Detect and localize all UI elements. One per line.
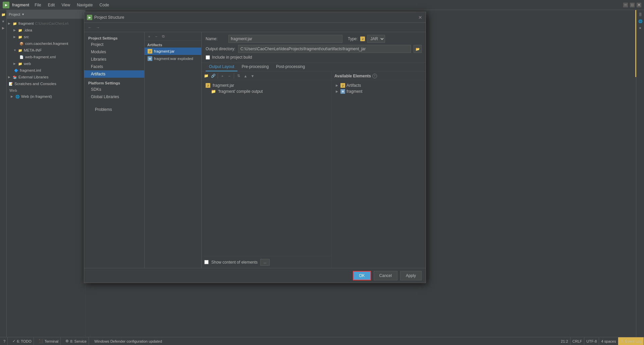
nav-item-sdks[interactable]: SDKs [84,86,144,93]
available-help-icon[interactable]: ? [372,74,377,78]
minimize-button[interactable]: ─ [623,3,628,7]
indent-status[interactable]: 4 spaces [599,337,618,345]
show-content-label: Show content of elements [211,260,258,265]
line-ending-status[interactable]: CRLF [571,337,585,345]
tree-remove-btn[interactable]: − [226,73,233,79]
database-icon[interactable]: 🗄 [638,12,643,17]
war-icon: W [147,56,153,61]
sidebar-project-icon[interactable]: 📁 [1,12,6,17]
menu-file[interactable]: File [33,2,42,8]
tree-label-idea: .idea [24,28,32,32]
artifact-item-war[interactable]: W fragment:war exploded [145,55,201,62]
tree-item-web-in-fragment[interactable]: ▶ 🌐 Web (in fragment) [7,93,85,100]
nav-item-libraries[interactable]: Libraries [84,56,144,63]
artifact-list-items: J fragment:jar W fragment:war exploded [145,48,201,268]
menu-navigate[interactable]: Navigate [75,2,94,8]
lib-icon: 📚 [12,74,17,80]
iml-icon: 🔷 [13,68,19,73]
back-button[interactable]: ← [86,24,94,31]
tree-open-folder-btn[interactable]: 📁 [203,73,210,79]
tree-add-btn[interactable]: + [219,73,226,79]
root-path: C:\Users\CaoChenLei\ [35,22,68,25]
ide-logo: ▶ [3,2,9,8]
position-status[interactable]: 21:2 [559,337,570,345]
todo-icon: ✓ [12,339,15,343]
service-status-item[interactable]: ⚙ 8: Service [63,337,89,345]
xml-icon-webfragment: 📄 [19,54,24,60]
dialog-body: Project Settings Project Modules Librari… [84,32,426,268]
menu-code[interactable]: Code [98,2,111,8]
todo-status-item[interactable]: ✓ 6: TODO [10,337,34,345]
avail-module-icon: ▦ [340,89,345,94]
tab-post-processing[interactable]: Post-processing [273,63,308,71]
output-bottom: Show content of elements ... [202,256,331,268]
tree-up-btn[interactable]: ▲ [242,73,249,79]
artifact-item-jar[interactable]: J fragment:jar [145,48,201,55]
apply-button[interactable]: Apply [400,271,422,280]
type-select[interactable]: JAR [367,35,385,43]
tree-label-iml: fragment.iml [20,68,41,72]
close-button-main[interactable]: ✕ [637,3,641,7]
output-tree-panel: 📁 🔗 + − ⇅ ▲ ▼ [202,72,332,268]
browse-button[interactable]: 📂 [414,45,422,53]
avail-item-fragment[interactable]: ▶ ▦ fragment [334,88,423,94]
tree-item-meta-inf[interactable]: ▼ 📁 META-INF [7,47,85,54]
show-content-checkbox[interactable] [204,260,209,264]
tree-node-fragment-jar[interactable]: J fragment.jar [204,82,329,88]
dialog-close-button[interactable]: ✕ [418,15,423,20]
web-sidebar-icon[interactable]: 🌐 [638,18,643,24]
artifact-add-button[interactable]: + [146,33,153,40]
ok-button[interactable]: OK [353,271,371,280]
tree-item-webfragment[interactable]: 📄 web-fragment.xml [7,54,85,60]
artifact-remove-button[interactable]: − [153,33,160,40]
menu-edit[interactable]: Edit [47,2,56,8]
encoding-status[interactable]: UTF-8 [584,337,599,345]
output-dir-input[interactable] [238,45,411,53]
nav-item-project[interactable]: Project [84,41,144,48]
available-header-text: Available Elements [334,74,371,78]
tree-label-package: com.caochenlei.fragment [25,42,68,46]
artifact-jar-label: fragment:jar [154,49,174,53]
terminal-status-item[interactable]: ⬛ Terminal [37,337,61,345]
tree-item-package[interactable]: 📦 com.caochenlei.fragment [7,40,85,47]
sidebar-run-icon[interactable]: ▶ [1,25,6,30]
forward-button[interactable]: → [94,24,102,31]
include-checkbox[interactable] [206,55,210,60]
tree-item-scratches[interactable]: 📝 Scratches and Consoles [7,80,85,87]
tree-link-btn[interactable]: 🔗 [210,73,217,79]
nav-item-facets[interactable]: Facets [84,63,144,70]
favorites-sidebar-icon[interactable]: ★ [638,25,643,30]
avail-item-artifacts[interactable]: ▶ J Artifacts [334,82,423,88]
tree-node-compile-output[interactable]: 📁 'fragment' compile output [204,88,329,94]
tab-pre-processing[interactable]: Pre-processing [238,63,272,71]
help-status-item[interactable]: ? [1,337,8,345]
project-dropdown-icon[interactable]: ▼ [21,13,24,16]
cancel-button[interactable]: Cancel [374,271,397,280]
nav-item-modules[interactable]: Modules [84,48,144,56]
artifact-war-label: fragment:war exploded [154,57,193,61]
nav-item-artifacts[interactable]: Artifacts [84,70,144,78]
tree-item-iml[interactable]: 🔷 fragment.iml [7,67,85,74]
ellipsis-button[interactable]: ... [260,259,270,266]
package-icon: 📦 [19,41,24,46]
todo-label: 6: TODO [17,339,32,343]
maximize-button[interactable]: □ [630,3,635,7]
tree-root-fragment[interactable]: ▶ 📁 fragment C:\Users\CaoChenLei\ [7,20,85,27]
toolbar-separator-1 [218,73,218,79]
tree-down-btn[interactable]: ▼ [249,73,256,79]
tree-sort-btn[interactable]: ⇅ [235,73,242,79]
available-elements-panel: Available Elements ? ▶ J Artifacts [332,72,426,268]
nav-item-global-libraries[interactable]: Global Libraries [84,93,144,100]
tree-item-src[interactable]: ▶ 📁 src [7,33,85,40]
tree-item-external-libs[interactable]: ▶ 📚 External Libraries [7,74,85,80]
nav-item-problems[interactable]: Problems [88,106,144,113]
tree-item-idea[interactable]: ▶ 📁 .idea [7,27,85,33]
folder-icon-src: 📁 [17,34,23,40]
tab-output-layout[interactable]: Output Layout [206,63,237,71]
artifact-copy-button[interactable]: ⧉ [160,33,167,40]
event-log-status[interactable]: ⚠ Event Log [618,337,644,345]
name-input[interactable] [228,35,342,43]
sidebar-favorites-icon[interactable]: ★ [1,18,6,24]
menu-view[interactable]: View [60,2,71,8]
tree-item-web[interactable]: ▶ 📁 web [7,60,85,67]
